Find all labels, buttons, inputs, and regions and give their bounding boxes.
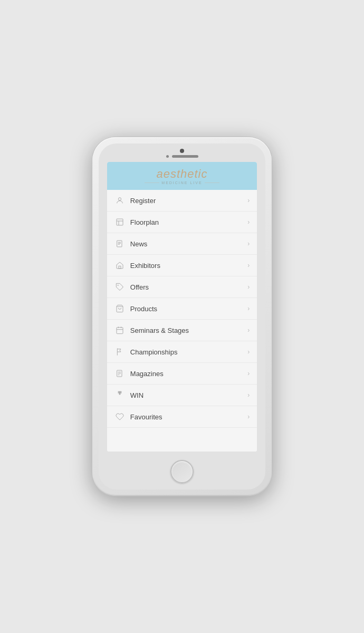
home-button[interactable] <box>170 460 194 483</box>
menu-item-win[interactable]: WIN › <box>107 385 257 406</box>
speaker-row <box>166 155 198 158</box>
speaker-dot <box>166 155 169 158</box>
menu-item-exhibitors[interactable]: Exhibitors › <box>107 255 257 276</box>
tag-icon <box>114 282 125 292</box>
menu-label-exhibitors: Exhibitors <box>130 262 247 270</box>
svg-rect-1 <box>117 219 123 225</box>
user-icon <box>114 195 125 206</box>
menu-item-news[interactable]: News › <box>107 233 257 255</box>
chevron-championships: › <box>247 348 250 356</box>
menu-item-offers[interactable]: Offers › <box>107 276 257 298</box>
svg-rect-8 <box>119 266 121 268</box>
chevron-favourites: › <box>247 413 250 420</box>
magazine-icon <box>114 368 125 379</box>
brand-line-right <box>205 183 219 183</box>
menu-label-products: Products <box>130 305 247 313</box>
menu-label-news: News <box>130 240 247 248</box>
svg-rect-24 <box>118 392 119 393</box>
svg-point-9 <box>117 285 118 286</box>
menu-label-register: Register <box>130 197 247 205</box>
svg-rect-22 <box>118 392 119 392</box>
heart-icon <box>114 411 125 422</box>
screen: aesthetic MEDICINE LIVE Register › <box>107 162 257 452</box>
cart-icon <box>114 303 125 314</box>
trophy-icon <box>114 390 125 400</box>
calendar-icon <box>114 325 125 335</box>
menu-item-favourites[interactable]: Favourites › <box>107 406 257 428</box>
chevron-news: › <box>247 240 250 247</box>
menu-label-win: WIN <box>130 391 247 399</box>
brand-name: aesthetic <box>107 168 257 180</box>
map-icon <box>114 217 125 227</box>
chevron-win: › <box>247 391 250 399</box>
menu-label-floorplan: Floorplan <box>130 218 247 226</box>
phone-inner: aesthetic MEDICINE LIVE Register › <box>99 143 265 490</box>
chevron-floorplan: › <box>247 218 250 226</box>
chevron-offers: › <box>247 283 250 291</box>
svg-rect-21 <box>120 391 121 392</box>
menu-label-offers: Offers <box>130 283 247 291</box>
menu-list: Register › Floorplan › News <box>107 190 257 452</box>
brand-line-left <box>145 183 159 183</box>
svg-rect-25 <box>120 392 121 393</box>
news-icon <box>114 238 125 249</box>
speaker-bar <box>172 155 198 158</box>
menu-item-floorplan[interactable]: Floorplan › <box>107 212 257 233</box>
chevron-exhibitors: › <box>247 262 250 269</box>
menu-item-magazines[interactable]: Magazines › <box>107 363 257 385</box>
chevron-products: › <box>247 305 250 312</box>
menu-label-championships: Championships <box>130 348 247 356</box>
chevron-seminars: › <box>247 327 250 334</box>
app-header: aesthetic MEDICINE LIVE <box>107 162 257 190</box>
svg-rect-26 <box>119 391 120 395</box>
menu-item-championships[interactable]: Championships › <box>107 341 257 363</box>
phone-frame: aesthetic MEDICINE LIVE Register › <box>92 137 272 496</box>
menu-item-products[interactable]: Products › <box>107 298 257 320</box>
svg-rect-11 <box>117 328 123 334</box>
menu-item-register[interactable]: Register › <box>107 190 257 212</box>
chevron-magazines: › <box>247 370 250 377</box>
camera <box>180 149 184 153</box>
menu-label-magazines: Magazines <box>130 370 247 378</box>
brand-tagline: MEDICINE LIVE <box>107 181 257 185</box>
svg-rect-4 <box>117 241 121 247</box>
flag-icon <box>114 347 125 357</box>
menu-label-favourites: Favourites <box>130 413 247 421</box>
svg-rect-23 <box>120 392 121 392</box>
menu-item-seminars[interactable]: Seminars & Stages › <box>107 320 257 341</box>
svg-point-0 <box>118 198 121 200</box>
home-icon <box>114 260 125 271</box>
chevron-register: › <box>247 197 250 204</box>
menu-label-seminars: Seminars & Stages <box>130 327 247 334</box>
svg-rect-20 <box>118 391 119 392</box>
